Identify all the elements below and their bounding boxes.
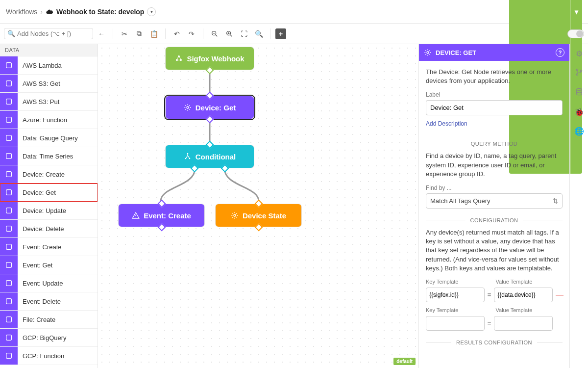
git-branch-icon[interactable] <box>575 68 583 78</box>
findby-caption: Find by ... <box>426 184 563 191</box>
sidebar-item-file-create[interactable]: File: Create <box>0 311 98 329</box>
node-icon <box>0 75 18 92</box>
value-template-label: Value Template <box>496 279 560 285</box>
svg-rect-12 <box>6 244 12 250</box>
svg-rect-10 <box>6 208 12 213</box>
node-icon <box>0 111 18 129</box>
settings-icon[interactable]: ⚙ <box>576 49 583 58</box>
node-device-state[interactable]: Device State <box>216 204 301 227</box>
key-template-label: Key Template <box>426 279 490 285</box>
bug-icon[interactable]: 🐞 <box>574 107 584 117</box>
sidebar-item-label: AWS S3: Put <box>18 98 64 105</box>
node-icon <box>0 56 18 74</box>
search-box[interactable]: 🔍 <box>4 28 93 39</box>
sidebar-item-gcp-bigquery[interactable]: GCP: BigQuery <box>0 329 98 347</box>
key-input[interactable] <box>426 288 485 302</box>
svg-rect-15 <box>6 299 12 304</box>
sidebar-item-label: GCP: Function <box>18 352 69 360</box>
svg-point-27 <box>427 52 429 53</box>
zoom-in-button[interactable] <box>223 27 236 40</box>
equals-sign: = <box>488 291 491 298</box>
find-button[interactable]: 🔍 <box>252 27 265 40</box>
sidebar-section-header: DATA <box>0 44 98 56</box>
toolbar: 🔍 ← ✂ ⧉ 📋 ↶ ↷ ⛶ 🔍 + <box>0 24 588 44</box>
canvas[interactable]: Sigfox Webhook Device: Get Conditional E… <box>98 44 418 368</box>
key-input[interactable] <box>426 316 485 331</box>
copy-button[interactable]: ⧉ <box>133 27 146 40</box>
sidebar-item-label: Event: Update <box>18 280 68 287</box>
svg-point-26 <box>234 214 236 216</box>
sidebar-item-label: File: Create <box>18 316 60 323</box>
sidebar: DATA AWS LambdaAWS S3: GetAWS S3: PutAzu… <box>0 44 98 368</box>
sidebar-item-label: AWS Lambda <box>18 62 67 69</box>
sidebar-item-aws-s3-put[interactable]: AWS S3: Put <box>0 93 98 111</box>
fit-button[interactable]: ⛶ <box>238 27 250 40</box>
back-button[interactable]: ← <box>95 27 108 40</box>
debug-toggle[interactable] <box>567 29 584 38</box>
add-description-link[interactable]: Add Description <box>426 120 467 127</box>
node-icon <box>0 165 18 183</box>
node-device-get[interactable]: Device: Get <box>166 96 254 119</box>
sidebar-item-device-update[interactable]: Device: Update <box>0 202 98 220</box>
sidebar-item-label: Device: Get <box>18 189 61 196</box>
svg-rect-6 <box>6 135 12 141</box>
node-icon <box>0 184 18 201</box>
node-icon <box>0 256 18 274</box>
remove-row-button[interactable]: — <box>556 290 563 299</box>
node-icon <box>0 274 18 292</box>
node-icon <box>0 202 18 219</box>
sidebar-item-azure-function[interactable]: Azure: Function <box>0 111 98 129</box>
sidebar-item-event-create[interactable]: Event: Create <box>0 238 98 256</box>
node-list[interactable]: AWS LambdaAWS S3: GetAWS S3: PutAzure: F… <box>0 56 98 368</box>
zoom-out-button[interactable] <box>208 27 221 40</box>
paste-button[interactable]: 📋 <box>147 27 160 40</box>
cut-button[interactable]: ✂ <box>118 27 131 40</box>
value-input[interactable] <box>494 316 553 331</box>
svg-rect-11 <box>6 226 12 232</box>
svg-point-25 <box>189 158 190 159</box>
sidebar-item-device-get[interactable]: Device: Get <box>0 184 98 202</box>
sidebar-item-data-time-series[interactable]: Data: Time Series <box>0 147 98 165</box>
node-event-create[interactable]: Event: Create <box>119 204 204 227</box>
undo-button[interactable]: ↶ <box>171 27 183 40</box>
node-icon <box>0 147 18 165</box>
add-node-button[interactable]: + <box>275 28 286 39</box>
panel-header: DEVICE: GET ? <box>419 44 569 61</box>
sidebar-item-gcp-function[interactable]: GCP: Function <box>0 347 98 365</box>
node-sigfox-webhook[interactable]: Sigfox Webhook <box>166 47 254 70</box>
svg-rect-17 <box>6 335 12 341</box>
sidebar-item-label: Event: Delete <box>18 298 66 305</box>
sidebar-item-data-gauge-query[interactable]: Data: Gauge Query <box>0 129 98 147</box>
label-input[interactable] <box>426 100 563 115</box>
redo-button[interactable]: ↷ <box>185 27 198 40</box>
search-icon: 🔍 <box>7 30 15 37</box>
breadcrumb-dropdown[interactable]: ▾ <box>147 7 156 16</box>
sidebar-item-device-create[interactable]: Device: Create <box>0 165 98 184</box>
database-icon[interactable] <box>575 88 583 98</box>
svg-rect-2 <box>6 63 12 68</box>
query-method-header: QUERY METHOD <box>426 141 563 147</box>
webhook-icon <box>175 54 183 62</box>
value-input[interactable] <box>494 288 553 302</box>
search-input[interactable] <box>17 30 90 37</box>
sidebar-item-event-delete[interactable]: Event: Delete <box>0 292 98 311</box>
gear-icon <box>184 104 192 111</box>
cloud-icon <box>46 8 53 16</box>
sidebar-item-label: Data: Gauge Query <box>18 134 83 142</box>
globe-icon[interactable]: 🌐 <box>574 127 584 136</box>
sidebar-item-aws-s3-get[interactable]: AWS S3: Get <box>0 75 98 93</box>
node-conditional[interactable]: Conditional <box>166 145 254 168</box>
sidebar-item-event-update[interactable]: Event: Update <box>0 274 98 292</box>
panel-desc: The Device: Get Node retrieves one or mo… <box>426 68 563 85</box>
svg-rect-16 <box>6 317 12 322</box>
help-icon[interactable]: ? <box>556 48 564 57</box>
sidebar-item-event-get[interactable]: Event: Get <box>0 256 98 274</box>
svg-rect-13 <box>6 263 12 268</box>
sidebar-item-label: Event: Get <box>18 262 57 269</box>
properties-panel: DEVICE: GET ? The Device: Get Node retri… <box>418 44 569 368</box>
findby-select[interactable]: Match All Tags Query⇅ <box>426 193 563 209</box>
breadcrumb-root[interactable]: Workflows <box>6 8 37 16</box>
sidebar-item-device-delete[interactable]: Device: Delete <box>0 220 98 238</box>
sidebar-item-aws-lambda[interactable]: AWS Lambda <box>0 56 98 75</box>
node-icon <box>0 93 18 110</box>
